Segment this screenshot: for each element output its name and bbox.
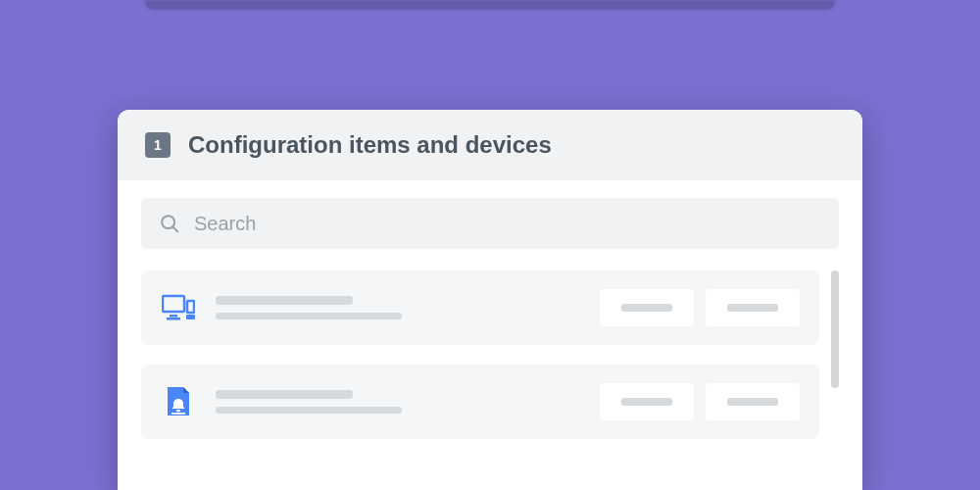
svg-rect-2	[163, 296, 184, 312]
item-action-button[interactable]	[706, 383, 800, 420]
scrollbar-thumb[interactable]	[831, 270, 839, 388]
item-text	[216, 296, 580, 319]
svg-rect-5	[187, 301, 194, 313]
item-subtitle-placeholder	[216, 313, 402, 319]
item-actions	[600, 289, 800, 326]
search-bar[interactable]	[141, 198, 839, 249]
item-title-placeholder	[216, 296, 353, 305]
document-bell-icon	[161, 384, 196, 419]
panel-title: Configuration items and devices	[188, 131, 552, 159]
list-item[interactable]	[141, 270, 819, 345]
item-actions	[600, 383, 800, 420]
svg-rect-7	[176, 410, 180, 412]
item-title-placeholder	[216, 390, 353, 399]
backdrop-shadow	[145, 0, 835, 10]
svg-rect-3	[170, 315, 177, 318]
svg-line-1	[172, 226, 177, 231]
button-label-placeholder	[727, 398, 778, 406]
desktop-computer-icon	[161, 290, 196, 325]
button-label-placeholder	[727, 304, 778, 312]
config-items-panel: 1 Configuration items and devices	[118, 110, 862, 490]
svg-rect-4	[167, 318, 180, 320]
item-action-button[interactable]	[600, 289, 694, 326]
item-action-button[interactable]	[706, 289, 800, 326]
item-subtitle-placeholder	[216, 407, 402, 414]
button-label-placeholder	[621, 304, 672, 312]
search-icon	[159, 213, 180, 234]
svg-rect-8	[172, 413, 185, 415]
list-item[interactable]	[141, 365, 819, 439]
step-badge: 1	[145, 132, 171, 158]
item-action-button[interactable]	[600, 383, 694, 420]
item-list	[141, 270, 839, 439]
step-number: 1	[154, 137, 162, 153]
item-text	[216, 390, 580, 414]
button-label-placeholder	[621, 398, 672, 406]
panel-header: 1 Configuration items and devices	[118, 110, 862, 180]
search-input[interactable]	[194, 213, 821, 235]
panel-body	[118, 180, 862, 490]
svg-rect-6	[186, 315, 195, 319]
